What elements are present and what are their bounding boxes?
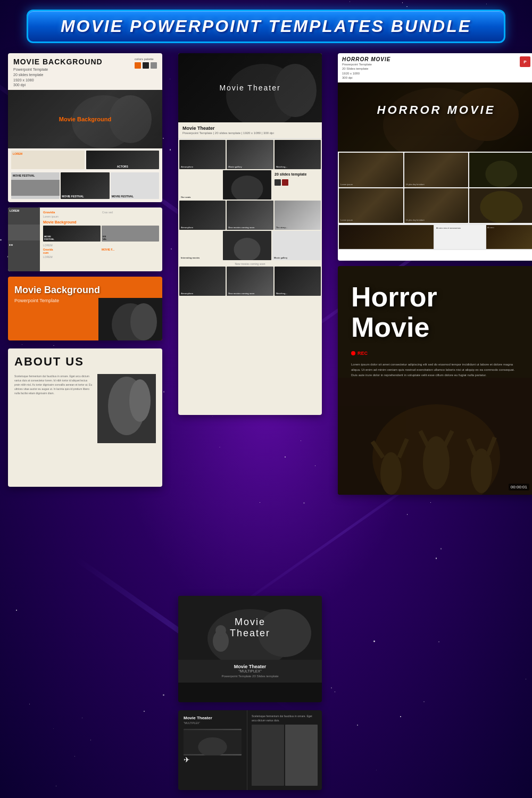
movie-gallery-label-2: Movie gallery xyxy=(274,256,287,259)
card-header: MOVIE BACKGROUND Powerpoint Template 20 … xyxy=(8,53,162,90)
theater-row-2: Our seats 20 slides template xyxy=(179,170,321,200)
bottom-thumb-2: MOVIE FESTIVAL xyxy=(61,172,109,199)
thumbnails-row: LOREM ACTORS xyxy=(8,148,162,171)
horror-main-title: HORROR MOVIE xyxy=(377,103,496,117)
theater-cell-atmosphere-3: Atmosphere xyxy=(179,267,226,296)
movie-festival-label-1: MOVIE FESTIVAL xyxy=(11,172,60,179)
multiplex-image xyxy=(184,729,242,755)
actors-label: ACTORS xyxy=(86,165,160,168)
about-image xyxy=(97,374,156,443)
theater-info-title: Movie Theater xyxy=(182,126,318,131)
horror-thumb-2: Ut pha dey brindant xyxy=(404,153,469,187)
gray-inner: LOREM IEM Gravida Lorem ipsum Cras sed M… xyxy=(8,207,162,271)
svg-point-38 xyxy=(215,625,226,636)
main-title-text: MOVIE POWERPOINT TEMPLATES BUNDLE xyxy=(44,16,488,36)
card-about-us[interactable]: ABOUT US Scelerisque fermentum dui fauci… xyxy=(8,348,162,487)
card-title: MOVIE BACKGROUND xyxy=(13,57,103,66)
card-horror-top[interactable]: HORROR MOVIE Powerpoint Template 20 Slid… xyxy=(338,53,532,261)
atmosphere-label-3: Atmosphere xyxy=(181,292,193,295)
theater-dark-title: MovieTheater xyxy=(230,617,270,639)
theater-dark-bottom: Movie Theater "MULTIPLEX" Powerpoint Tem… xyxy=(178,660,322,683)
multiplex-title: Movie Theater xyxy=(184,716,242,720)
orange-card-image xyxy=(98,298,162,340)
theater-row-3: Atmosphere New movies coming soon The st… xyxy=(179,201,321,230)
multiplex-inner: Movie Theater "MULTIPLEX" ✈ Scelerisque … xyxy=(178,710,322,790)
multiplex-right-img-1 xyxy=(252,725,284,786)
gray-thumbs: MOVIEFESTIVAL IVEVAL xyxy=(43,226,159,242)
gray-thumb-2: IVEVAL xyxy=(102,226,159,242)
theater-main-label: Movie Theater xyxy=(219,84,280,92)
theater-cell-our-seats: Our seats xyxy=(179,170,222,200)
about-text: Scelerisque fermentum dui faucibus in or… xyxy=(14,374,93,443)
theater-cell-movie-gallery-1: Movie gallery xyxy=(227,140,273,169)
card-movie-theater-center[interactable]: Movie Theater Movie Theater Powerpoint T… xyxy=(178,53,322,415)
palette-orange xyxy=(135,62,141,69)
theater-dark-image: MovieTheater xyxy=(178,596,322,660)
card-subtitle: Powerpoint Template 20 slides template 1… xyxy=(13,67,103,88)
about-image-svg xyxy=(97,374,156,443)
atmosphere-label-2: Atmosphere xyxy=(181,226,193,229)
theater-main-slide: Movie Theater xyxy=(178,53,322,122)
people-silhouette xyxy=(98,298,162,340)
theater-dark-bottom-detail: Powerpoint Template 20 Slides template xyxy=(182,674,318,678)
our-seats-label: Our seats xyxy=(181,196,190,198)
star xyxy=(402,2,403,3)
theater-cell-atmosphere-2: Atmosphere xyxy=(179,201,226,230)
theater-cell-watching-1: Watching... xyxy=(275,140,321,169)
theater-cell-the-story: The story... xyxy=(275,201,321,230)
multiplex-subtitle: "MULTIPLEX" xyxy=(184,721,242,726)
thumb-lorem: LOREM xyxy=(11,151,85,169)
star xyxy=(350,1,351,2)
horror-scene xyxy=(338,82,532,152)
card-movie-bg-gray[interactable]: LOREM IEM Gravida Lorem ipsum Cras sed M… xyxy=(8,207,162,271)
multiplex-img-svg xyxy=(184,729,242,755)
atmosphere-label: Atmosphere xyxy=(181,165,193,168)
theater-info: Movie Theater Powerpoint Template | 20 s… xyxy=(178,122,322,139)
main-title-banner: MOVIE POWERPOINT TEMPLATES BUNDLE xyxy=(27,10,505,43)
movie-festival-label-2: MOVIE FESTIVAL xyxy=(62,195,84,198)
horror-thumb-6 xyxy=(469,188,532,223)
theater-info-sub: Powerpoint Template | 20 slides template… xyxy=(182,131,318,135)
main-slide: Movie Background xyxy=(8,90,162,148)
theater-dark-bottom-title: Movie Theater xyxy=(182,664,318,669)
horror-header: HORROR MOVIE Powerpoint Template 20 Slid… xyxy=(338,53,532,82)
horror-bottom-thumb-2: At vero eos et accusamus xyxy=(435,225,485,249)
airplane-icon: ✈ xyxy=(184,755,242,764)
theater-cell-slides-count: 20 slides template xyxy=(272,170,321,200)
horror-thumb-1: Lorem ipsum xyxy=(339,153,403,187)
theater-cell-new-movies-2: New movies coming soon xyxy=(227,267,273,296)
gray-thumb-1: MOVIEFESTIVAL xyxy=(43,226,101,242)
horror-header-sub: Powerpoint Template 20 Slides template 1… xyxy=(342,62,390,80)
horror-thumb-5: Ut pha dey brindant xyxy=(404,188,469,223)
theater-cell-img-2 xyxy=(223,231,271,260)
watching-label: Watching... xyxy=(276,165,287,168)
card-theater-multiplex[interactable]: Movie Theater "MULTIPLEX" ✈ Scelerisque … xyxy=(178,710,322,790)
slides-count: 20 slides template xyxy=(272,170,321,178)
svg-point-5 xyxy=(130,303,157,340)
horror-bottom-thumb-3: At vero xyxy=(486,225,532,249)
multiplex-right-img-2 xyxy=(285,725,318,786)
card-theater-dark[interactable]: MovieTheater Movie Theater "MULTIPLEX" P… xyxy=(178,596,322,702)
theater-cell-atmosphere: Atmosphere xyxy=(179,140,226,169)
horror-thumbs-grid: Lorem ipsum Ut pha dey brindant Lorem ip… xyxy=(338,152,532,224)
thumb-actors: ACTORS xyxy=(86,151,160,169)
multiplex-right-panel: Scelerisque fermentum dui faucibus in or… xyxy=(247,710,322,790)
movie-festival-label-3: MOVIE FESTIVAL xyxy=(112,195,134,198)
movie-bg-label: Movie Background xyxy=(43,220,159,224)
palette-gray xyxy=(151,62,157,69)
card-movie-bg-orange[interactable]: Movie Background Powerpoint Template xyxy=(8,277,162,340)
card-movie-background-top[interactable]: MOVIE BACKGROUND Powerpoint Template 20 … xyxy=(8,53,162,202)
palette-black xyxy=(143,62,149,69)
svg-point-22 xyxy=(480,191,523,223)
bottom-thumb-1: MOVIE FESTIVAL xyxy=(11,172,60,199)
rec-dot xyxy=(351,351,355,355)
theater-row-4: Interesting movies Movie gallery xyxy=(179,231,321,260)
palette-label: colors palette xyxy=(135,57,157,61)
theater-cell-movie-gallery-2: Movie gallery xyxy=(272,231,321,260)
horror-rec-badge: REC xyxy=(338,343,532,360)
card-horror-bottom[interactable]: HorrorMovie REC Lorem ipsum dolor sit am… xyxy=(338,266,532,495)
theater-slides: Atmosphere Movie gallery Watching... Our… xyxy=(178,139,322,298)
bottom-row: MOVIE FESTIVAL MOVIE FESTIVAL MOVIE FEST… xyxy=(8,171,162,201)
horror-main-slide: HORROR MOVIE xyxy=(338,82,532,152)
multiplex-left-panel: Movie Theater "MULTIPLEX" ✈ xyxy=(178,710,247,790)
